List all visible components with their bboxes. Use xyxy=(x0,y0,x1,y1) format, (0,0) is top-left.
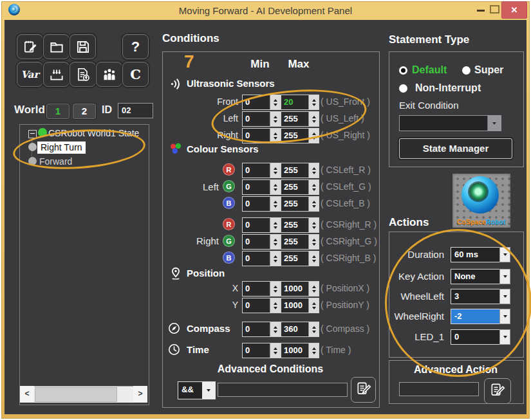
spinner-arrows-icon[interactable] xyxy=(270,163,280,178)
min-spinner[interactable]: 0 xyxy=(242,179,281,195)
spinner-arrows-icon[interactable] xyxy=(270,218,280,232)
tree-item-forward[interactable]: Forward xyxy=(39,156,72,167)
radio-non-interrupt[interactable] xyxy=(399,84,407,93)
min-value[interactable]: 0 xyxy=(243,95,270,109)
spinner-arrows-icon[interactable] xyxy=(308,343,319,358)
max-spinner[interactable]: 255 xyxy=(281,234,319,250)
max-value[interactable]: 255 xyxy=(281,163,308,178)
min-value[interactable]: 0 xyxy=(243,218,270,232)
spinner-arrows-icon[interactable] xyxy=(308,95,319,109)
close-button[interactable]: ✕ xyxy=(501,1,527,19)
max-spinner[interactable]: 255 xyxy=(281,128,319,143)
radio-default[interactable] xyxy=(399,66,407,75)
min-value[interactable]: 0 xyxy=(243,343,270,358)
min-value[interactable]: 0 xyxy=(243,251,270,266)
minimize-button[interactable] xyxy=(477,10,485,12)
spinner-arrows-icon[interactable] xyxy=(308,282,319,296)
max-spinner[interactable]: 255 xyxy=(281,163,319,178)
spinner-arrows-icon[interactable] xyxy=(270,298,280,313)
operator-select[interactable]: && xyxy=(178,381,216,399)
min-value[interactable]: 0 xyxy=(243,282,270,296)
spinner-arrows-icon[interactable] xyxy=(308,163,319,178)
min-spinner[interactable]: 0 xyxy=(242,95,281,110)
c-code-button[interactable]: C xyxy=(122,62,149,87)
id-field[interactable]: 02 xyxy=(118,103,153,118)
min-value[interactable]: 0 xyxy=(243,112,270,126)
max-spinner[interactable]: 255 xyxy=(281,179,319,195)
max-value[interactable]: 1000 xyxy=(281,298,308,313)
variables-button[interactable]: Var xyxy=(17,62,43,87)
collect-button[interactable] xyxy=(43,62,70,87)
spinner-arrows-icon[interactable] xyxy=(270,322,280,336)
spinner-arrows-icon[interactable] xyxy=(270,112,280,126)
max-spinner[interactable]: 255 xyxy=(281,251,319,266)
max-spinner[interactable]: 255 xyxy=(281,217,319,233)
max-value[interactable]: 1000 xyxy=(281,343,308,358)
maximize-button[interactable] xyxy=(490,5,499,14)
min-value[interactable]: 0 xyxy=(243,180,270,194)
min-spinner[interactable]: 0 xyxy=(242,111,281,127)
advanced-action-input[interactable] xyxy=(399,382,479,396)
spinner-arrows-icon[interactable] xyxy=(270,235,280,249)
min-value[interactable]: 0 xyxy=(243,197,270,211)
spinner-arrows-icon[interactable] xyxy=(308,218,319,232)
min-spinner[interactable]: 0 xyxy=(242,343,281,358)
spinner-arrows-icon[interactable] xyxy=(308,197,319,211)
world-1-button[interactable]: 1 xyxy=(46,103,70,120)
max-value[interactable]: 255 xyxy=(281,251,308,266)
radio-super-label[interactable]: Super xyxy=(474,64,503,76)
max-value[interactable]: 360 xyxy=(281,322,308,336)
max-value[interactable]: 255 xyxy=(281,180,308,194)
team-button[interactable] xyxy=(96,62,122,87)
new-note-button[interactable] xyxy=(17,34,43,59)
spinner-arrows-icon[interactable] xyxy=(308,180,319,194)
max-spinner[interactable]: 360 xyxy=(281,322,319,337)
min-spinner[interactable]: 0 xyxy=(242,128,281,143)
open-button[interactable] xyxy=(43,34,70,59)
edit-conditions-button[interactable] xyxy=(351,377,376,403)
dropdown-arrow-icon[interactable] xyxy=(499,289,510,304)
spinner-arrows-icon[interactable] xyxy=(270,282,280,296)
max-spinner[interactable]: 1000 xyxy=(281,281,319,297)
max-value[interactable]: 1000 xyxy=(281,282,308,296)
spinner-arrows-icon[interactable] xyxy=(308,322,319,336)
max-value[interactable]: 255 xyxy=(281,112,308,126)
min-value[interactable]: 0 xyxy=(243,235,270,249)
spinner-arrows-icon[interactable] xyxy=(308,129,319,143)
wheel-right-value[interactable]: -2 xyxy=(451,309,500,324)
export-button[interactable] xyxy=(70,62,96,87)
scrollbar-thumb[interactable] xyxy=(35,387,117,402)
max-value[interactable]: 255 xyxy=(281,218,308,232)
min-value[interactable]: 0 xyxy=(243,163,270,178)
max-spinner[interactable]: 255 xyxy=(281,196,319,212)
scroll-left-arrow[interactable]: < xyxy=(20,386,34,402)
min-value[interactable]: 0 xyxy=(243,322,270,336)
dropdown-arrow-icon[interactable] xyxy=(499,329,510,345)
max-value[interactable]: 20 xyxy=(281,95,308,109)
world-2-button[interactable]: 2 xyxy=(72,103,97,120)
radio-default-label[interactable]: Default xyxy=(412,64,447,76)
max-value[interactable]: 255 xyxy=(281,197,308,211)
tree-collapse-icon[interactable] xyxy=(28,130,37,138)
min-spinner[interactable]: 0 xyxy=(242,281,281,297)
max-value[interactable]: 255 xyxy=(281,235,308,249)
spinner-arrows-icon[interactable] xyxy=(270,251,280,266)
advanced-conditions-input[interactable] xyxy=(218,383,348,397)
dropdown-arrow-icon[interactable] xyxy=(499,247,510,262)
save-button[interactable] xyxy=(70,34,96,59)
min-spinner[interactable]: 0 xyxy=(242,322,281,337)
min-spinner[interactable]: 0 xyxy=(242,163,281,178)
min-spinner[interactable]: 0 xyxy=(242,298,281,313)
min-spinner[interactable]: 0 xyxy=(242,234,281,250)
min-spinner[interactable]: 0 xyxy=(242,217,281,233)
spinner-arrows-icon[interactable] xyxy=(270,129,280,143)
scroll-right-arrow[interactable]: > xyxy=(133,386,147,402)
dropdown-arrow-icon[interactable] xyxy=(499,269,510,284)
exit-condition-dropdown[interactable] xyxy=(399,115,501,131)
spinner-arrows-icon[interactable] xyxy=(308,298,319,313)
spinner-arrows-icon[interactable] xyxy=(270,197,280,211)
tree-root-item[interactable]: CSRobot World1 State xyxy=(48,128,139,138)
tree-item-right-turn[interactable]: Right Turn xyxy=(37,142,86,154)
min-value[interactable]: 0 xyxy=(243,298,270,313)
edit-action-button[interactable] xyxy=(484,378,511,404)
